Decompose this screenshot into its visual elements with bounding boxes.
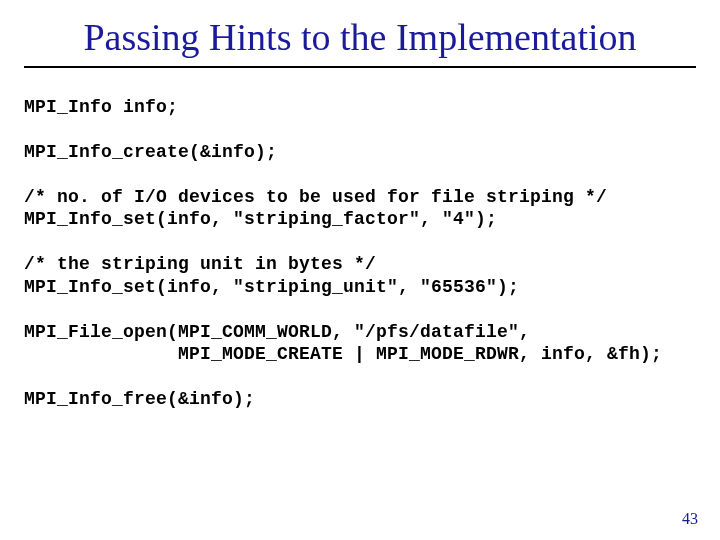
page-number: 43: [682, 510, 698, 528]
code-block: MPI_Info info; MPI_Info_create(&info); /…: [24, 96, 696, 411]
title-underline: [24, 66, 696, 68]
slide-title: Passing Hints to the Implementation: [24, 16, 696, 60]
slide: Passing Hints to the Implementation MPI_…: [0, 0, 720, 540]
